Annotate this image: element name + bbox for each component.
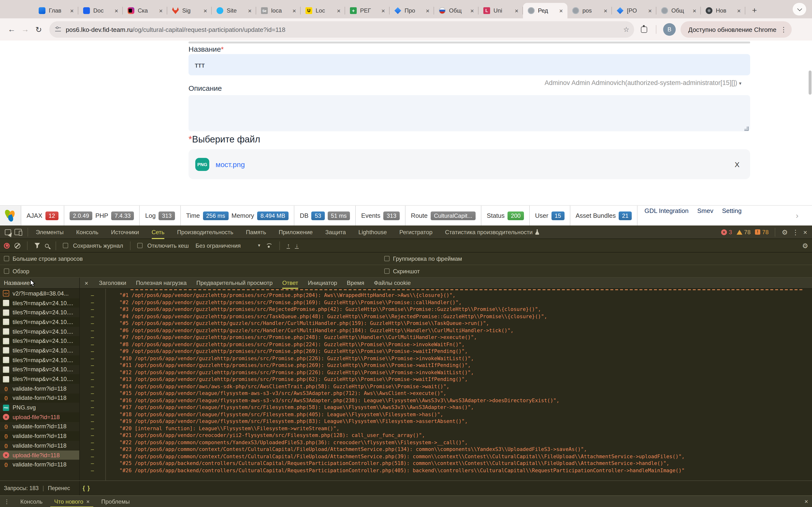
fold-marker[interactable]: – — [80, 362, 94, 369]
drawer-menu-icon[interactable]: ⋮ — [4, 498, 10, 505]
description-textarea[interactable] — [189, 95, 750, 131]
export-har-icon[interactable]: ↓ — [295, 243, 299, 248]
request-row[interactable]: tiles?l=map&v=24.10.... — [0, 355, 79, 365]
request-row[interactable]: validate-form?id=118 — [0, 422, 79, 431]
debugbar-cell[interactable]: 2.0.49PHP7.4.33 — [64, 206, 140, 225]
new-tab-button[interactable]: + — [752, 6, 757, 15]
close-request-detail-icon[interactable]: × — [85, 279, 88, 287]
fold-marker[interactable]: – — [80, 334, 94, 341]
fold-marker[interactable]: – — [80, 404, 94, 411]
devtools-tab[interactable]: Производительность — [177, 225, 234, 239]
response-tab[interactable]: Заголовки — [99, 277, 126, 288]
devtools-settings-icon[interactable]: ⚙ — [782, 228, 788, 236]
chrome-update-button[interactable]: Доступно обновление Chrome ⋮ — [680, 21, 792, 38]
tab-close-icon[interactable]: × — [648, 7, 652, 14]
fold-marker[interactable]: – — [80, 327, 94, 334]
disable-cache-checkbox[interactable] — [137, 243, 143, 248]
group-by-frame-checkbox[interactable] — [384, 256, 390, 261]
debugbar-cell[interactable]: RouteCulturalCapit... — [406, 206, 481, 225]
fold-marker[interactable]: – — [80, 320, 94, 327]
import-har-icon[interactable]: ↑ — [287, 243, 290, 248]
name-column-header[interactable]: Название — [0, 278, 80, 288]
drawer-tab[interactable]: Проблемы × — [95, 496, 136, 507]
devtools-tab[interactable]: Консоль — [76, 225, 98, 239]
request-row[interactable]: upload-file?id=118 — [0, 450, 79, 460]
request-row[interactable]: validate-form?id=118 — [0, 460, 79, 469]
back-button[interactable]: ← — [5, 25, 18, 34]
device-toolbar-icon[interactable] — [14, 229, 22, 235]
request-row[interactable]: validate-form?id=118 — [0, 432, 79, 441]
devtools-tab[interactable]: Регистратор — [400, 225, 433, 239]
fold-marker[interactable]: – — [80, 418, 94, 425]
yii-logo-cell[interactable] — [0, 206, 21, 225]
name-input[interactable] — [189, 54, 750, 75]
file-remove-button[interactable]: X — [735, 160, 740, 168]
response-tab[interactable]: Инициатор — [308, 277, 337, 288]
response-tab[interactable]: Полезная нагрузка — [136, 277, 187, 288]
drawer-tab[interactable]: Консоль × — [14, 496, 48, 507]
devtools-tab[interactable]: Приложение — [278, 225, 313, 239]
request-row[interactable]: tiles?l=map&v=24.10.... — [0, 346, 79, 355]
tab-close-icon[interactable]: × — [693, 7, 696, 14]
fold-marker[interactable]: – — [80, 306, 94, 313]
browser-tab[interactable]: Ред × — [523, 3, 567, 18]
tab-close-icon[interactable]: × — [114, 7, 118, 14]
devtools-tab[interactable]: Статистика производительности — [445, 225, 540, 239]
fold-marker[interactable]: – — [80, 411, 94, 418]
warnings-badge[interactable]: 78 — [737, 229, 751, 235]
big-request-rows-option[interactable]: Большие строки запросов — [4, 255, 83, 262]
request-row[interactable]: tiles?l=map&v=24.10.... — [0, 327, 79, 336]
tab-close-icon[interactable]: × — [159, 7, 163, 14]
debugbar-expand-chevron[interactable]: › — [796, 211, 799, 221]
devtools-close-icon[interactable]: × — [803, 228, 807, 236]
browser-tab[interactable]: Ска × — [123, 3, 167, 18]
filter-icon[interactable] — [34, 243, 40, 248]
browser-tab[interactable]: pos × — [567, 3, 612, 18]
drawer-tab[interactable]: Что нового × — [48, 496, 95, 507]
request-row[interactable]: upload-file?id=118 — [0, 412, 79, 422]
errors-badge[interactable]: ×3 — [721, 229, 732, 235]
fold-marker[interactable]: – — [80, 299, 94, 306]
response-tab[interactable]: Файлы cookie — [374, 277, 411, 288]
devtools-tab[interactable]: Сеть — [152, 225, 164, 239]
devtools-tab[interactable]: Lighthouse — [358, 225, 387, 239]
tab-close-icon[interactable]: × — [337, 7, 341, 14]
tab-close-icon[interactable]: × — [248, 7, 252, 14]
browser-tab[interactable]: Общ × — [656, 3, 701, 18]
fold-marker[interactable]: – — [80, 355, 94, 362]
debugbar-cell[interactable]: Status200 — [481, 206, 530, 225]
tab-search-button[interactable] — [793, 3, 806, 15]
browser-tab[interactable]: Se loca × — [256, 3, 301, 18]
screenshot-option[interactable]: Скриншот — [384, 268, 420, 275]
request-row[interactable]: tiles?l=map&v=24.10.... — [0, 336, 79, 346]
textarea-resize-handle[interactable] — [744, 126, 749, 131]
fold-marker[interactable]: – — [80, 383, 94, 390]
fold-marker[interactable]: – — [80, 453, 94, 460]
screenshot-checkbox[interactable] — [384, 269, 390, 274]
tab-close-icon[interactable]: × — [604, 7, 607, 14]
profile-avatar[interactable]: B — [663, 23, 676, 36]
fold-marker[interactable]: – — [80, 397, 94, 404]
response-tab[interactable]: Ответ — [282, 277, 298, 288]
drawer-close-icon[interactable]: × — [805, 498, 808, 505]
debugbar-cell[interactable]: Asset Bundles21 — [570, 206, 638, 225]
devtools-tab[interactable]: Источники — [111, 225, 139, 239]
tab-close-icon[interactable]: × — [382, 7, 385, 14]
request-row[interactable]: tiles?l=map&v=24.10.... — [0, 365, 79, 374]
browser-tab[interactable]: Про × — [390, 3, 434, 18]
browser-tab[interactable]: Sig × — [167, 3, 212, 18]
overview-option[interactable]: Обзор — [4, 268, 29, 275]
debugbar-link[interactable]: GDL Integration — [645, 207, 689, 214]
fold-marker[interactable]: – — [80, 376, 94, 383]
devtools-tab[interactable]: Элементы — [36, 225, 63, 239]
devtools-tab[interactable]: Память — [246, 225, 266, 239]
tab-close-icon[interactable]: × — [70, 7, 74, 14]
big-request-rows-checkbox[interactable] — [4, 256, 9, 261]
fold-marker[interactable]: – — [80, 467, 94, 474]
fold-marker[interactable]: – — [80, 425, 94, 432]
response-tab[interactable]: Время — [347, 277, 364, 288]
request-row[interactable]: tiles?l=map&v=24.10.... — [0, 317, 79, 327]
devtools-menu-icon[interactable]: ⋮ — [792, 228, 799, 236]
browser-tab[interactable]: Общ × — [434, 3, 478, 18]
forward-button[interactable]: → — [18, 25, 32, 34]
